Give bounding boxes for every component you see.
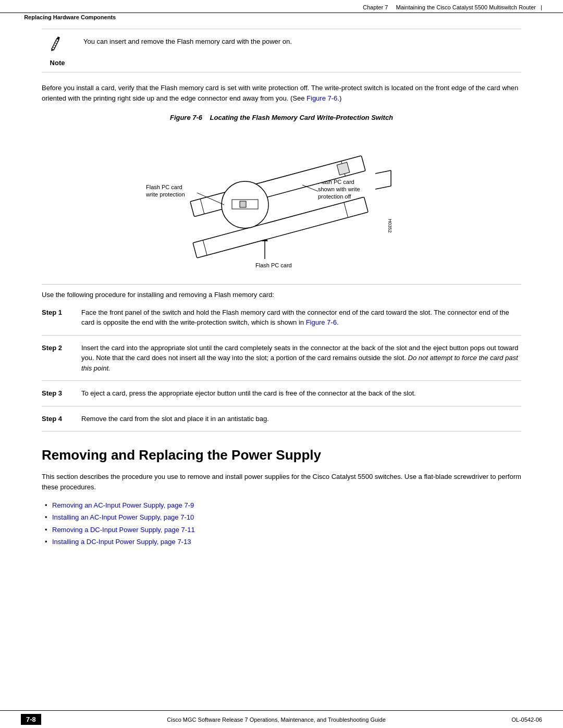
body-paragraph: Before you install a card, verify that t…	[42, 83, 521, 103]
svg-line-2	[54, 45, 56, 46]
figure-number: Figure 7-6	[170, 114, 208, 121]
svg-text:shown with write: shown with write	[318, 186, 360, 192]
steps-container: Step 1 Face the front panel of the switc…	[42, 307, 521, 432]
note-box: Note You can insert and remove the Flash…	[42, 29, 521, 72]
main-content: Note You can insert and remove the Flash…	[0, 23, 563, 595]
bullet-item-2: Installing an AC-Input Power Supply, pag…	[52, 511, 521, 523]
svg-line-0	[56, 41, 58, 42]
svg-line-1	[55, 43, 57, 44]
step-1-row: Step 1 Face the front panel of the switc…	[42, 307, 521, 336]
note-icon-area: Note	[42, 34, 73, 67]
note-label: Note	[50, 59, 65, 67]
note-text: You can insert and remove the Flash memo…	[83, 34, 292, 45]
section-heading: Removing and Replacing the Power Supply	[42, 447, 521, 463]
bullet-link-3[interactable]: Removing a DC-Input Power Supply, page 7…	[52, 526, 195, 534]
step-2-text: Insert the card into the appropriate slo…	[81, 343, 521, 374]
header-chapter: Chapter 7	[363, 4, 388, 10]
svg-text:write protection: write protection	[145, 191, 185, 198]
header-section-label: Replacing Hardware Components	[24, 14, 116, 20]
step-2-row: Step 2 Insert the card into the appropri…	[42, 343, 521, 381]
bullet-link-2[interactable]: Installing an AC-Input Power Supply, pag…	[52, 513, 194, 521]
bullet-item-1: Removing an AC-Input Power Supply, page …	[52, 499, 521, 511]
svg-line-25	[375, 186, 391, 189]
figure-container: Figure 7-6 Locating the Flash Memory Car…	[42, 114, 521, 274]
section-body: This section describes the procedure you…	[42, 472, 521, 492]
step-3-label: Step 3	[42, 388, 73, 399]
bullet-list: Removing an AC-Input Power Supply, page …	[42, 499, 521, 548]
bullet-item-4: Installing a DC-Input Power Supply, page…	[52, 536, 521, 548]
svg-text:H0352: H0352	[387, 219, 393, 233]
figure-diagram: Flash PC card write protection Flash PC …	[136, 128, 427, 274]
figure-title: Locating the Flash Memory Card Write-Pro…	[210, 114, 394, 121]
header-right: Chapter 7 Maintaining the Cisco Catalyst…	[363, 4, 542, 10]
step-3-row: Step 3 To eject a card, press the approp…	[42, 388, 521, 406]
footer-page-number: 7-8	[21, 714, 41, 725]
step-3-text: To eject a card, press the appropriate e…	[81, 388, 521, 399]
footer-doc-number: OL-0542-06	[511, 717, 542, 723]
svg-text:Flash PC card: Flash PC card	[146, 184, 182, 190]
page-footer: 7-8 Cisco MGC Software Release 7 Operati…	[0, 710, 563, 728]
page-header: Chapter 7 Maintaining the Cisco Catalyst…	[0, 0, 563, 13]
bullet-item-3: Removing a DC-Input Power Supply, page 7…	[52, 524, 521, 536]
section-header: Replacing Hardware Components	[0, 13, 563, 23]
step-1-text: Face the front panel of the switch and h…	[81, 307, 521, 328]
step-4-text: Remove the card from the slot and place …	[81, 414, 521, 424]
header-left	[21, 4, 22, 10]
figure-link[interactable]: Figure 7-6	[307, 94, 337, 102]
header-title: Maintaining the Cisco Catalyst 5500 Mult…	[396, 4, 536, 10]
svg-text:Flash PC card: Flash PC card	[255, 262, 292, 268]
footer-center-text: Cisco MGC Software Release 7 Operations,…	[41, 717, 511, 723]
bullet-link-4[interactable]: Installing a DC-Input Power Supply, page…	[52, 538, 191, 546]
procedure-intro: Use the following procedure for installi…	[42, 284, 521, 300]
note-pencil-icon	[47, 34, 67, 58]
svg-line-24	[375, 170, 391, 174]
svg-text:protection off: protection off	[318, 193, 351, 200]
step-4-row: Step 4 Remove the card from the slot and…	[42, 414, 521, 432]
step1-figure-link[interactable]: Figure 7-6	[306, 318, 337, 326]
svg-rect-21	[240, 201, 246, 207]
svg-line-3	[53, 47, 55, 48]
figure-caption: Figure 7-6 Locating the Flash Memory Car…	[42, 114, 521, 121]
step-1-label: Step 1	[42, 307, 73, 328]
bullet-link-1[interactable]: Removing an AC-Input Power Supply, page …	[52, 501, 194, 509]
step-2-label: Step 2	[42, 343, 73, 374]
step-4-label: Step 4	[42, 414, 73, 424]
